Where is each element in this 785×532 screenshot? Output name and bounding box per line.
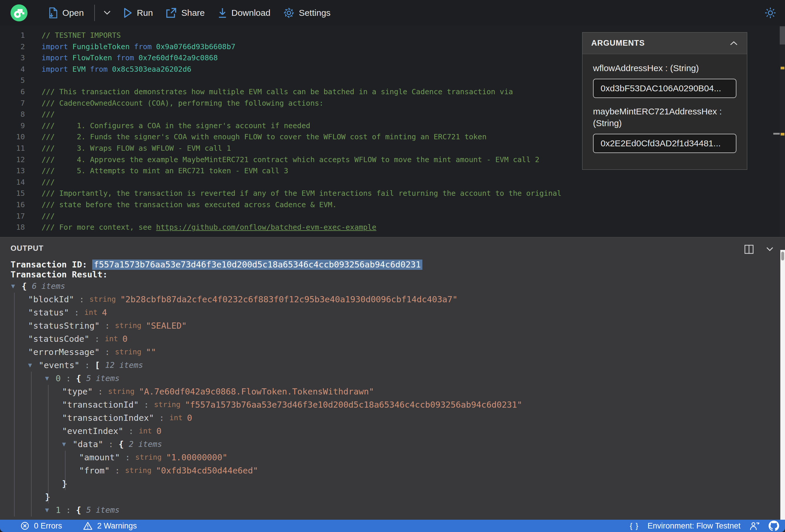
line-number: 2 (0, 41, 25, 53)
expand-triangle-icon[interactable]: ▼ (28, 361, 39, 369)
line-number: 4 (0, 64, 25, 75)
settings-label: Settings (299, 8, 330, 18)
indent-guide (14, 293, 15, 516)
arguments-panel: ARGUMENTS wflowAddressHex : (String)mayb… (582, 32, 747, 170)
github-icon[interactable] (768, 521, 779, 531)
split-panel-icon[interactable] (744, 244, 754, 254)
run-button[interactable]: Run (124, 8, 153, 18)
errors-status[interactable]: 0 Errors (21, 522, 62, 531)
toolbar: Open Run Share Downloa (0, 0, 785, 26)
theme-toggle-button[interactable] (764, 7, 776, 19)
warning-marker-1 (781, 67, 784, 69)
braces-icon: { } (630, 522, 639, 531)
json-row: "transactionId" : string "f557a1573b76aa… (10, 398, 780, 411)
open-file-icon (48, 7, 58, 19)
editor-scrollbar[interactable] (780, 26, 785, 237)
warnings-status[interactable]: 2 Warnings (83, 522, 137, 531)
code-text: /// (42, 109, 55, 120)
collapse-output-icon[interactable] (765, 246, 775, 252)
argument-label: maybeMintERC721AddressHex : (String) (593, 106, 736, 129)
warning-icon (83, 522, 93, 530)
open-label: Open (62, 8, 84, 18)
code-text: /// 3. Wraps FLOW as WFLOW - EVM call 1 (42, 143, 231, 154)
share-button[interactable]: Share (166, 8, 205, 18)
code-text: /// 1. Configures a COA in the signer's … (42, 120, 310, 132)
line-number: 14 (0, 177, 25, 188)
json-row: "status" : int 4 (10, 306, 780, 319)
json-row: "statusCode" : int 0 (10, 332, 780, 345)
indent-guide (65, 451, 66, 490)
gear-icon (283, 7, 295, 19)
error-icon (21, 522, 29, 530)
json-row: "eventIndex" : int 0 (10, 424, 780, 437)
line-number: 8 (0, 109, 25, 120)
code-text: /// 4. Approves the example MaybeMintERC… (42, 154, 539, 166)
json-row: ▼1 : { 5 items (10, 503, 780, 516)
arguments-header[interactable]: ARGUMENTS (582, 32, 747, 54)
json-row: ▼"data" : { 2 items (10, 437, 780, 451)
line-number: 9 (0, 120, 25, 132)
json-row: "transactionIndex" : int 0 (10, 411, 780, 424)
open-button[interactable]: Open (48, 7, 84, 19)
code-text: import FungibleToken from 0x9a0766d93b66… (42, 41, 235, 53)
line-number: 15 (0, 188, 25, 199)
code-line: 17/// (0, 211, 779, 222)
code-link[interactable]: https://github.com/onflow/batched-evm-ex… (156, 223, 376, 231)
download-button[interactable]: Download (218, 8, 271, 18)
json-row: "type" : string "A.7e60df042a9c0868.Flow… (10, 385, 780, 398)
expand-triangle-icon[interactable]: ▼ (11, 282, 22, 290)
accessibility-person-icon[interactable] (749, 521, 760, 531)
download-label: Download (231, 8, 271, 18)
transaction-id-line: Transaction ID: f557a1573b76aa53e73d46f3… (10, 259, 780, 270)
output-scrollbar-thumb[interactable] (781, 252, 784, 260)
output-title: OUTPUT (10, 244, 44, 253)
errors-label: 0 Errors (34, 522, 62, 531)
transaction-id-value[interactable]: f557a1573b76aa53e73d46f3e10d200d5c18a653… (92, 259, 422, 270)
code-text: /// 5. Attempts to mint an ERC721 token … (42, 165, 288, 177)
status-bar: 0 Errors 2 Warnings { } Environment: Flo… (0, 520, 785, 532)
code-line: 15/// Importantly, the transaction is re… (0, 188, 779, 199)
code-text: import EVM from 0x8c5303eaa26202d6 (42, 64, 192, 75)
expand-triangle-icon[interactable]: ▼ (62, 440, 73, 448)
sun-icon (764, 7, 776, 19)
output-content: Transaction ID: f557a1573b76aa53e73d46f3… (0, 259, 780, 520)
expand-triangle-icon[interactable]: ▼ (45, 506, 56, 513)
indent-guide (48, 385, 49, 503)
line-number: 10 (0, 131, 25, 143)
json-row: "amount" : string "1.00000000" (10, 451, 780, 464)
flow-logo[interactable] (10, 4, 27, 21)
open-dropdown-button[interactable] (102, 10, 112, 16)
json-row: } (10, 477, 780, 490)
json-row: "statusString" : string "SEALED" (10, 319, 780, 332)
code-text: /// Importantly, the transaction is reve… (42, 188, 561, 199)
expand-triangle-icon[interactable]: ▼ (45, 375, 56, 382)
transaction-id-label: Transaction ID: (10, 259, 92, 270)
argument-label: wflowAddressHex : (String) (593, 62, 736, 74)
json-row: "errorMessage" : string "" (10, 345, 780, 358)
code-text: /// For more context, see https://github… (42, 222, 376, 233)
code-text: /// CadenceOwnedAccount (COA), performin… (42, 98, 324, 109)
code-editor[interactable]: 1// TESTNET IMPORTS2import FungibleToken… (0, 26, 785, 237)
argument-input-1[interactable] (593, 134, 736, 153)
json-row: ▼"events" : [ 12 items (10, 358, 780, 372)
transaction-result-line: Transaction Result: (10, 270, 780, 279)
json-row: ▼{ 6 items (10, 279, 780, 293)
chevron-up-icon[interactable] (729, 41, 738, 46)
code-line: 16/// state before the transaction was e… (0, 199, 779, 211)
run-icon (124, 8, 132, 18)
json-row: ▼0 : { 5 items (10, 372, 780, 385)
line-number: 18 (0, 222, 25, 233)
environment-label[interactable]: Environment: Flow Testnet (648, 522, 740, 531)
editor-scrollbar-thumb[interactable] (780, 26, 785, 45)
share-label: Share (181, 8, 205, 18)
share-icon (166, 8, 177, 18)
line-number: 1 (0, 30, 25, 41)
line-number: 16 (0, 199, 25, 211)
output-scrollbar[interactable] (780, 250, 785, 520)
settings-button[interactable]: Settings (283, 7, 330, 19)
warning-marker-2 (781, 133, 784, 135)
json-row: } (10, 490, 780, 503)
argument-input-0[interactable] (593, 79, 736, 98)
code-text: /// 2. Funds the signer's COA with enoug… (42, 131, 486, 143)
toolbar-divider (94, 5, 95, 21)
